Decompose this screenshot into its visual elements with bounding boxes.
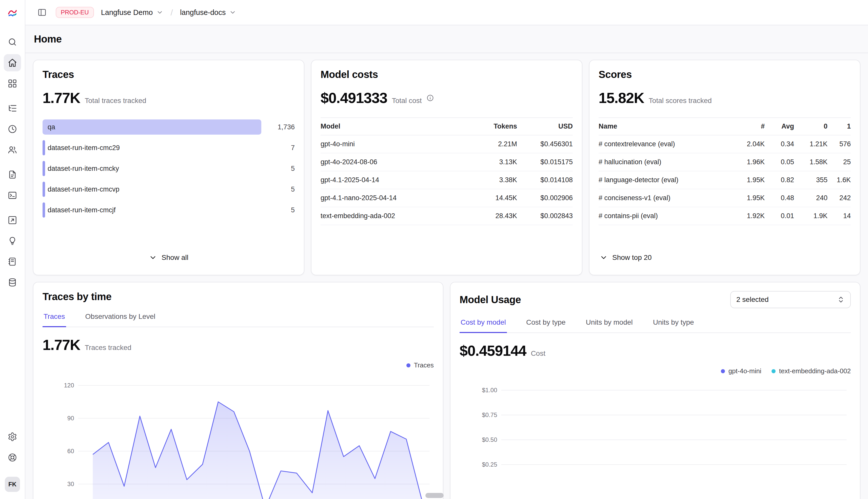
column-header: Avg	[765, 118, 794, 135]
model-usage-card: Model Usage 2 selected Cost by modelCost…	[450, 282, 860, 499]
file-text-icon	[8, 170, 17, 179]
trace-bar-row[interactable]: dataset-run-item-cmc297	[43, 140, 295, 155]
sidebar-item-datasets[interactable]	[4, 253, 21, 270]
column-header: 1	[828, 118, 851, 135]
top-row: Traces 1.77K Total traces tracked qa1,73…	[33, 60, 860, 275]
sidebar-item-home[interactable]	[4, 54, 21, 71]
sidebar-item-prompts[interactable]	[4, 166, 21, 183]
org-name: Langfuse Demo	[101, 8, 153, 17]
model-costs-card: Model costs $0.491333 Total cost ModelTo…	[311, 60, 582, 275]
table-cell: # hallucination (eval)	[598, 153, 731, 171]
sidebar-group-prompts	[4, 166, 21, 204]
table-cell: 0.05	[765, 153, 794, 171]
usage-tab-cost-by-model[interactable]: Cost by model	[460, 315, 507, 333]
trace-bar-label: dataset-run-item-cmcvp	[48, 185, 119, 193]
table-row: # contains-pii (eval)1.92K0.011.9K14	[598, 207, 851, 225]
org-switcher[interactable]: Langfuse Demo	[100, 6, 165, 19]
model-costs-metric-label: Total cost	[392, 97, 421, 105]
scores-card-title: Scores	[598, 69, 851, 80]
env-badge: PROD-EU	[56, 7, 94, 18]
sidebar-item-search[interactable]	[4, 33, 21, 51]
traces-by-time-metric: 1.77K	[43, 336, 80, 353]
model-select[interactable]: 2 selected	[730, 291, 851, 308]
legend-item: gpt-4o-mini	[721, 367, 761, 375]
svg-text:120: 120	[64, 382, 74, 389]
trace-bar-value: 7	[266, 144, 295, 152]
traces-tab-traces[interactable]: Traces	[43, 309, 66, 327]
trace-bar-label: dataset-run-item-cmc29	[48, 144, 120, 152]
table-cell: 25	[828, 153, 851, 171]
table-cell: 2.21M	[471, 135, 517, 153]
traces-bar-list: qa1,736dataset-run-item-cmc297dataset-ru…	[43, 119, 295, 223]
table-cell: 3.38K	[471, 171, 517, 189]
app: FK PROD-EU Langfuse Demo / langfuse-docs…	[0, 0, 868, 499]
column-header: USD	[517, 118, 573, 135]
table-row: # hallucination (eval)1.96K0.051.58K25	[598, 153, 851, 171]
trace-bar-row[interactable]: dataset-run-item-cmcjf5	[43, 203, 295, 218]
legend-dot	[721, 369, 725, 373]
project-switcher[interactable]: langfuse-docs	[179, 6, 238, 19]
trace-bar	[43, 203, 45, 218]
horizontal-scrollbar-thumb[interactable]	[425, 493, 444, 498]
trace-bar-row[interactable]: qa1,736	[43, 119, 295, 135]
square-arrow-icon	[8, 215, 17, 225]
sidebar-bottom: FK	[4, 428, 21, 492]
sidebar-item-users[interactable]	[4, 141, 21, 158]
trace-bar-track: dataset-run-item-cmcky	[43, 161, 261, 176]
legend-item: text-embedding-ada-002	[772, 367, 851, 375]
info-icon	[426, 94, 434, 102]
sidebar-toggle-button[interactable]	[34, 5, 50, 20]
model-usage-legend: gpt-4o-minitext-embedding-ada-002	[460, 367, 851, 375]
table-cell: gpt-4o-mini	[321, 135, 471, 153]
show-all-button[interactable]: Show all	[43, 249, 295, 266]
svg-text:$0.25: $0.25	[482, 461, 497, 468]
model-usage-metric-row: $0.459144 Cost	[460, 342, 851, 359]
usage-tab-units-by-model[interactable]: Units by model	[585, 315, 634, 332]
table-cell: gpt-4.1-2025-04-14	[321, 171, 471, 189]
trace-bar-row[interactable]: dataset-run-item-cmcky5	[43, 161, 295, 176]
svg-text:$1.00: $1.00	[482, 387, 497, 393]
trace-bar	[43, 161, 45, 176]
sidebar-item-support[interactable]	[4, 449, 21, 466]
traces-metric-row: 1.77K Total traces tracked	[43, 89, 295, 106]
total-cost-info[interactable]	[426, 94, 434, 102]
usage-tab-cost-by-type[interactable]: Cost by type	[525, 315, 567, 332]
table-cell: 14.45K	[471, 189, 517, 207]
traces-metric-label: Total traces tracked	[85, 97, 146, 105]
chevron-down-icon	[599, 254, 608, 261]
traces-by-time-title: Traces by time	[43, 291, 434, 302]
sidebar-item-annotation-queues[interactable]	[4, 232, 21, 250]
table-cell: 14	[828, 207, 851, 225]
sidebar-item-dashboards[interactable]	[4, 75, 21, 92]
table-cell: 355	[794, 171, 828, 189]
layout-grid-icon	[8, 79, 17, 88]
topbar: PROD-EU Langfuse Demo / langfuse-docs	[25, 0, 868, 25]
trace-bar-value: 1,736	[266, 123, 295, 131]
sidebar-item-sessions[interactable]	[4, 120, 21, 138]
sidebar-item-database[interactable]	[4, 274, 21, 291]
traces-tab-observations-by-level[interactable]: Observations by Level	[84, 309, 156, 327]
table-row: gpt-4o-2024-08-063.13K$0.015175	[321, 153, 573, 171]
usage-tab-units-by-type[interactable]: Units by type	[652, 315, 695, 332]
database-icon	[8, 278, 17, 287]
gear-icon	[8, 432, 17, 441]
show-top-20-button[interactable]: Show top 20	[598, 249, 851, 266]
sidebar-item-evaluation[interactable]	[4, 211, 21, 229]
scores-metric-label: Total scores tracked	[649, 97, 712, 105]
bottom-row: Traces by time TracesObservations by Lev…	[33, 282, 860, 499]
table-cell: # contextrelevance (eval)	[598, 135, 731, 153]
svg-text:$0.50: $0.50	[482, 436, 497, 443]
chevron-down-icon	[229, 9, 236, 16]
sidebar-item-tracing[interactable]	[4, 100, 21, 117]
sidebar-item-settings[interactable]	[4, 428, 21, 445]
langfuse-logo[interactable]	[6, 6, 19, 19]
table-cell: 240	[794, 189, 828, 207]
user-avatar[interactable]: FK	[5, 477, 20, 492]
table-cell: 1.96K	[731, 153, 765, 171]
life-buoy-icon	[8, 453, 17, 462]
users-icon	[8, 145, 17, 155]
trace-bar-track: dataset-run-item-cmcvp	[43, 182, 261, 197]
trace-bar-label: qa	[48, 123, 55, 131]
sidebar-item-playground[interactable]	[4, 187, 21, 204]
trace-bar-row[interactable]: dataset-run-item-cmcvp5	[43, 182, 295, 197]
